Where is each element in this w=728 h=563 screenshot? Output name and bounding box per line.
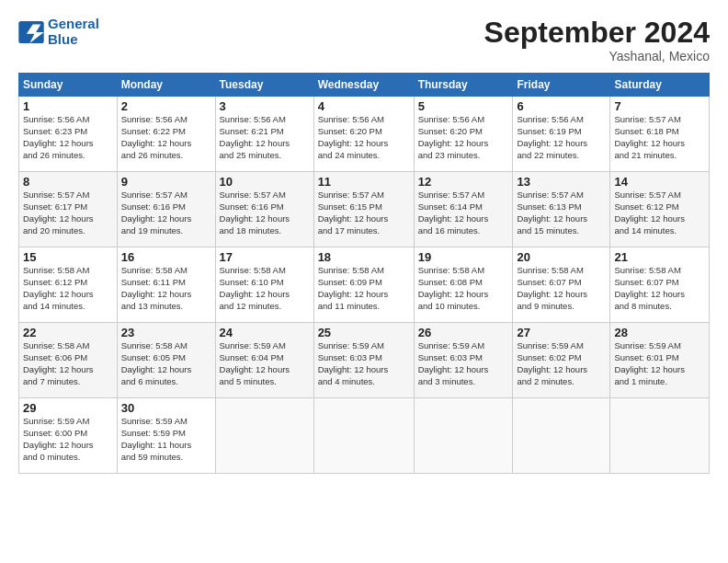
day-info: Sunrise: 5:57 AM Sunset: 6:12 PM Dayligh… (614, 190, 705, 236)
day-info: Sunrise: 5:59 AM Sunset: 6:00 PM Dayligh… (23, 416, 113, 463)
calendar-cell: 9Sunrise: 5:57 AM Sunset: 6:16 PM Daylig… (117, 172, 215, 247)
day-number: 3 (220, 99, 310, 113)
col-saturday: Saturday (610, 74, 710, 97)
day-number: 26 (418, 326, 509, 339)
day-info: Sunrise: 5:58 AM Sunset: 6:11 PM Dayligh… (121, 265, 211, 312)
day-number: 24 (220, 326, 310, 339)
calendar-cell: 25Sunrise: 5:59 AM Sunset: 6:03 PM Dayli… (313, 323, 414, 398)
day-info: Sunrise: 5:56 AM Sunset: 6:20 PM Dayligh… (418, 114, 509, 161)
logo-text: General Blue (48, 17, 99, 47)
day-info: Sunrise: 5:57 AM Sunset: 6:14 PM Dayligh… (418, 190, 509, 236)
day-number: 29 (23, 401, 113, 415)
logo: General Blue (18, 17, 99, 47)
calendar-week-row-1: 1Sunrise: 5:56 AM Sunset: 6:23 PM Daylig… (19, 97, 710, 172)
day-number: 7 (614, 99, 705, 113)
calendar-cell (414, 398, 513, 474)
calendar-cell: 10Sunrise: 5:57 AM Sunset: 6:16 PM Dayli… (215, 172, 313, 247)
day-info: Sunrise: 5:58 AM Sunset: 6:05 PM Dayligh… (121, 340, 211, 387)
day-number: 25 (318, 326, 410, 339)
day-number: 22 (23, 326, 113, 339)
title-block: September 2024 Yashanal, Mexico (484, 17, 710, 63)
day-number: 17 (220, 250, 310, 264)
calendar-cell: 23Sunrise: 5:58 AM Sunset: 6:05 PM Dayli… (117, 323, 215, 398)
day-info: Sunrise: 5:59 AM Sunset: 6:03 PM Dayligh… (418, 340, 509, 387)
day-number: 20 (517, 250, 606, 264)
day-info: Sunrise: 5:59 AM Sunset: 6:04 PM Dayligh… (220, 340, 310, 387)
day-info: Sunrise: 5:56 AM Sunset: 6:20 PM Dayligh… (318, 114, 410, 161)
day-info: Sunrise: 5:58 AM Sunset: 6:09 PM Dayligh… (318, 265, 410, 312)
calendar-cell: 12Sunrise: 5:57 AM Sunset: 6:14 PM Dayli… (414, 172, 513, 247)
logo-line2: Blue (48, 31, 78, 47)
day-info: Sunrise: 5:57 AM Sunset: 6:16 PM Dayligh… (121, 190, 211, 236)
calendar-cell: 4Sunrise: 5:56 AM Sunset: 6:20 PM Daylig… (313, 97, 414, 172)
calendar-week-row-3: 15Sunrise: 5:58 AM Sunset: 6:12 PM Dayli… (19, 247, 710, 323)
calendar-week-row-4: 22Sunrise: 5:58 AM Sunset: 6:06 PM Dayli… (19, 323, 710, 398)
calendar-cell: 1Sunrise: 5:56 AM Sunset: 6:23 PM Daylig… (19, 97, 118, 172)
day-number: 11 (318, 175, 410, 189)
day-number: 4 (318, 99, 410, 113)
day-info: Sunrise: 5:57 AM Sunset: 6:15 PM Dayligh… (318, 190, 410, 236)
calendar-cell: 2Sunrise: 5:56 AM Sunset: 6:22 PM Daylig… (117, 97, 215, 172)
day-info: Sunrise: 5:56 AM Sunset: 6:21 PM Dayligh… (220, 114, 310, 161)
day-number: 30 (121, 401, 211, 415)
day-info: Sunrise: 5:57 AM Sunset: 6:16 PM Dayligh… (220, 190, 310, 236)
calendar-cell: 16Sunrise: 5:58 AM Sunset: 6:11 PM Dayli… (117, 247, 215, 323)
day-number: 12 (418, 175, 509, 189)
calendar-cell: 15Sunrise: 5:58 AM Sunset: 6:12 PM Dayli… (19, 247, 118, 323)
calendar-table: Sunday Monday Tuesday Wednesday Thursday… (18, 73, 710, 474)
day-info: Sunrise: 5:57 AM Sunset: 6:17 PM Dayligh… (23, 190, 113, 236)
day-number: 6 (517, 99, 606, 113)
day-number: 19 (418, 250, 509, 264)
page-header: General Blue September 2024 Yashanal, Me… (18, 17, 710, 63)
day-info: Sunrise: 5:59 AM Sunset: 6:01 PM Dayligh… (614, 340, 705, 387)
calendar-cell: 24Sunrise: 5:59 AM Sunset: 6:04 PM Dayli… (215, 323, 313, 398)
day-number: 15 (23, 250, 113, 264)
day-number: 10 (220, 175, 310, 189)
calendar-cell: 8Sunrise: 5:57 AM Sunset: 6:17 PM Daylig… (19, 172, 118, 247)
day-info: Sunrise: 5:57 AM Sunset: 6:13 PM Dayligh… (517, 190, 606, 236)
calendar-week-row-2: 8Sunrise: 5:57 AM Sunset: 6:17 PM Daylig… (19, 172, 710, 247)
month-title: September 2024 (484, 17, 710, 49)
day-number: 13 (517, 175, 606, 189)
calendar-cell: 28Sunrise: 5:59 AM Sunset: 6:01 PM Dayli… (610, 323, 710, 398)
day-number: 28 (614, 326, 705, 339)
day-number: 23 (121, 326, 211, 339)
day-number: 1 (23, 99, 113, 113)
day-info: Sunrise: 5:58 AM Sunset: 6:08 PM Dayligh… (418, 265, 509, 312)
day-info: Sunrise: 5:58 AM Sunset: 6:07 PM Dayligh… (517, 265, 606, 312)
col-thursday: Thursday (414, 74, 513, 97)
day-info: Sunrise: 5:59 AM Sunset: 6:03 PM Dayligh… (318, 340, 410, 387)
calendar-cell: 13Sunrise: 5:57 AM Sunset: 6:13 PM Dayli… (513, 172, 610, 247)
calendar-cell: 22Sunrise: 5:58 AM Sunset: 6:06 PM Dayli… (19, 323, 118, 398)
calendar-cell (313, 398, 414, 474)
day-info: Sunrise: 5:58 AM Sunset: 6:12 PM Dayligh… (23, 265, 113, 312)
calendar-cell: 5Sunrise: 5:56 AM Sunset: 6:20 PM Daylig… (414, 97, 513, 172)
calendar-cell: 21Sunrise: 5:58 AM Sunset: 6:07 PM Dayli… (610, 247, 710, 323)
calendar-cell: 30Sunrise: 5:59 AM Sunset: 5:59 PM Dayli… (117, 398, 215, 474)
calendar-cell: 26Sunrise: 5:59 AM Sunset: 6:03 PM Dayli… (414, 323, 513, 398)
day-number: 27 (517, 326, 606, 339)
logo-icon (18, 21, 44, 43)
col-wednesday: Wednesday (313, 74, 414, 97)
col-friday: Friday (513, 74, 610, 97)
day-number: 16 (121, 250, 211, 264)
day-info: Sunrise: 5:59 AM Sunset: 5:59 PM Dayligh… (121, 416, 211, 463)
calendar-cell: 20Sunrise: 5:58 AM Sunset: 6:07 PM Dayli… (513, 247, 610, 323)
calendar-cell: 14Sunrise: 5:57 AM Sunset: 6:12 PM Dayli… (610, 172, 710, 247)
calendar-cell: 11Sunrise: 5:57 AM Sunset: 6:15 PM Dayli… (313, 172, 414, 247)
calendar-cell: 3Sunrise: 5:56 AM Sunset: 6:21 PM Daylig… (215, 97, 313, 172)
day-number: 2 (121, 99, 211, 113)
calendar-cell: 7Sunrise: 5:57 AM Sunset: 6:18 PM Daylig… (610, 97, 710, 172)
day-info: Sunrise: 5:56 AM Sunset: 6:23 PM Dayligh… (23, 114, 113, 161)
day-info: Sunrise: 5:58 AM Sunset: 6:07 PM Dayligh… (614, 265, 705, 312)
day-info: Sunrise: 5:58 AM Sunset: 6:06 PM Dayligh… (23, 340, 113, 387)
day-number: 5 (418, 99, 509, 113)
calendar-cell (610, 398, 710, 474)
calendar-header-row: Sunday Monday Tuesday Wednesday Thursday… (19, 74, 710, 97)
location: Yashanal, Mexico (484, 49, 710, 63)
calendar-cell: 29Sunrise: 5:59 AM Sunset: 6:00 PM Dayli… (19, 398, 118, 474)
day-info: Sunrise: 5:58 AM Sunset: 6:10 PM Dayligh… (220, 265, 310, 312)
calendar-cell: 19Sunrise: 5:58 AM Sunset: 6:08 PM Dayli… (414, 247, 513, 323)
calendar-cell (215, 398, 313, 474)
day-number: 18 (318, 250, 410, 264)
